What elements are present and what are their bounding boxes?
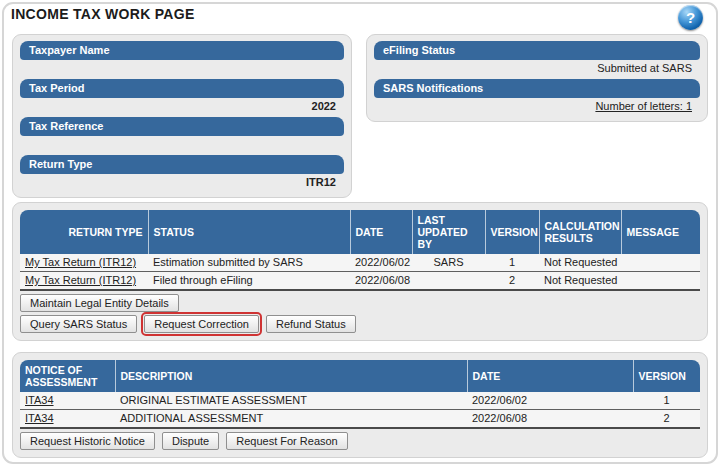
my-tax-return-link-1[interactable]: My Tax Return (ITR12) [25,256,136,268]
return-type-value: ITR12 [20,174,344,191]
status-summary-panel: eFiling Status Submitted at SARS SARS No… [366,34,708,122]
last-updated-by-cell: SARS [412,254,485,272]
table-row: My Tax Return (ITR12) Estimation submitt… [20,254,700,272]
summary-panels: Taxpayer Name Tax Period 2022 Tax Refere… [12,34,708,198]
taxpayer-name-header: Taxpayer Name [20,41,344,60]
returns-section: RETURN TYPE STATUS DATE LAST UPDATED BY … [12,202,708,341]
notices-buttons-row: Request Historic Notice Dispute Request … [20,432,700,450]
col-header-calculation-results: CALCULATION RESULTS [539,210,621,254]
field-sars-notifications: SARS Notifications Number of letters: 1 [374,79,700,115]
date-cell: 2022/06/08 [467,410,633,429]
col-header-version: VERSION [485,210,539,254]
ita34-link-2[interactable]: ITA34 [25,412,54,424]
help-icon[interactable]: ? [678,5,703,30]
table-row: ITA34 ORIGINAL ESTIMATE ASSESSMENT 2022/… [20,392,700,410]
description-cell: ORIGINAL ESTIMATE ASSESSMENT [115,392,467,410]
col-header-last-updated-by: LAST UPDATED BY [412,210,485,254]
message-cell [621,254,700,272]
tax-reference-value [20,136,344,153]
dispute-button[interactable]: Dispute [162,432,219,450]
taxpayer-summary-panel: Taxpayer Name Tax Period 2022 Tax Refere… [12,34,352,198]
field-tax-reference: Tax Reference [20,117,344,153]
maintain-legal-entity-details-button[interactable]: Maintain Legal Entity Details [20,294,179,312]
tax-period-value: 2022 [20,98,344,115]
table-row: My Tax Return (ITR12) Filed through eFil… [20,272,700,291]
query-sars-status-button[interactable]: Query SARS Status [20,315,137,333]
version-cell: 2 [633,410,700,429]
number-of-letters-link[interactable]: Number of letters: 1 [595,100,692,112]
col-header-notice-version: VERSION [633,360,700,392]
notices-table: NOTICE OF ASSESSMENT DESCRIPTION DATE VE… [20,360,700,429]
refund-status-button[interactable]: Refund Status [266,315,356,333]
calculation-results-cell: Not Requested [539,272,621,291]
calculation-results-cell: Not Requested [539,254,621,272]
field-taxpayer-name: Taxpayer Name [20,41,344,77]
request-correction-button[interactable]: Request Correction [144,315,259,333]
efiling-status-header: eFiling Status [374,41,700,60]
returns-table: RETURN TYPE STATUS DATE LAST UPDATED BY … [20,210,700,291]
notices-header-row: NOTICE OF ASSESSMENT DESCRIPTION DATE VE… [20,360,700,392]
field-tax-period: Tax Period 2022 [20,79,344,115]
description-cell: ADDITIONAL ASSESSMENT [115,410,467,429]
col-header-status: STATUS [148,210,350,254]
efiling-status-value: Submitted at SARS [374,60,700,77]
sars-notifications-header: SARS Notifications [374,79,700,98]
last-updated-by-cell [412,272,485,291]
notices-section: NOTICE OF ASSESSMENT DESCRIPTION DATE VE… [12,352,708,458]
table-row: ITA34 ADDITIONAL ASSESSMENT 2022/06/08 2 [20,410,700,429]
request-for-reason-button[interactable]: Request For Reason [226,432,348,450]
request-historic-notice-button[interactable]: Request Historic Notice [20,432,155,450]
col-header-date: DATE [350,210,412,254]
date-cell: 2022/06/02 [467,392,633,410]
tax-period-header: Tax Period [20,79,344,98]
col-header-description: DESCRIPTION [115,360,467,392]
page-title: INCOME TAX WORK PAGE [11,6,195,22]
col-header-notice-of-assessment: NOTICE OF ASSESSMENT [20,360,115,392]
status-cell: Estimation submitted by SARS [148,254,350,272]
my-tax-return-link-2[interactable]: My Tax Return (ITR12) [25,274,136,286]
field-return-type: Return Type ITR12 [20,155,344,191]
date-cell: 2022/06/08 [350,272,412,291]
income-tax-work-page: INCOME TAX WORK PAGE ? Taxpayer Name Tax… [0,0,720,466]
version-cell: 1 [485,254,539,272]
version-cell: 2 [485,272,539,291]
col-header-message: MESSAGE [621,210,700,254]
field-efiling-status: eFiling Status Submitted at SARS [374,41,700,77]
date-cell: 2022/06/02 [350,254,412,272]
returns-buttons-row-2: Query SARS Status Request Correction Ref… [20,315,700,333]
taxpayer-name-value [20,60,344,77]
tax-reference-header: Tax Reference [20,117,344,136]
returns-header-row: RETURN TYPE STATUS DATE LAST UPDATED BY … [20,210,700,254]
returns-buttons-row-1: Maintain Legal Entity Details [20,294,700,312]
col-header-return-type: RETURN TYPE [20,210,148,254]
col-header-notice-date: DATE [467,360,633,392]
ita34-link-1[interactable]: ITA34 [25,394,54,406]
message-cell [621,272,700,291]
version-cell: 1 [633,392,700,410]
return-type-header: Return Type [20,155,344,174]
status-cell: Filed through eFiling [148,272,350,291]
